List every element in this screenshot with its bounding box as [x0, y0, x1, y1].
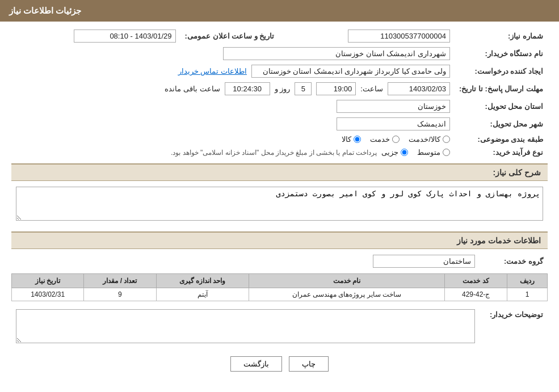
back-button[interactable]: بازگشت — [230, 356, 282, 372]
services-section-label: اطلاعات خدمات مورد نیاز — [457, 236, 541, 245]
announcement-cell: 1403/01/29 - 08:10 — [11, 27, 180, 45]
service-group-value: ساختمان — [373, 255, 475, 268]
province-value: خوزستان — [337, 100, 450, 113]
service-group-row: گروه خدمت: ساختمان — [11, 252, 548, 270]
city-label: شهر محل تحویل: — [455, 115, 548, 133]
service-group-cell: ساختمان — [47, 252, 480, 270]
page-wrapper: جزئیات اطلاعات نیاز شماره نیاز: 11030053… — [0, 0, 559, 392]
table-row: مهلت ارسال پاسخ: تا تاریخ: 1403/02/03 سا… — [11, 80, 548, 98]
table-row: شهر محل تحویل: اندیمشک — [11, 115, 548, 133]
announcement-label: تاریخ و ساعت اعلان عمومی: — [180, 27, 286, 45]
response-date-value: 1403/02/03 — [388, 82, 450, 95]
creator-label: ایجاد کننده درخواست: — [455, 62, 548, 80]
table-row: نام دستگاه خریدار: شهرداری اندیمشک استان… — [11, 45, 548, 62]
province-label: استان محل تحویل: — [455, 98, 548, 115]
col-row-num: ردیف — [507, 274, 547, 288]
process-label: نوع فرآیند خرید: — [455, 146, 548, 159]
info-table: شماره نیاز: 1103005377000004 تاریخ و ساع… — [11, 27, 548, 159]
col-service-code: کد خدمت — [445, 274, 507, 288]
process-radio-medium[interactable]: متوسط — [417, 148, 450, 157]
description-area — [11, 184, 548, 227]
buyer-desc-label: توضیحات خریدار: — [480, 307, 548, 347]
col-service-name: نام خدمت — [249, 274, 445, 288]
remaining-label: ساعت باقی مانده — [165, 85, 220, 93]
buyer-desc-textarea[interactable] — [16, 309, 475, 343]
category-label: طبقه بندی موضوعی: — [455, 133, 548, 146]
province-cell: خوزستان — [11, 98, 455, 115]
services-cell-code: ج-42-429 — [445, 288, 507, 301]
buyer-desc-cell — [11, 307, 480, 347]
process-cell: متوسط جزیی پرداخت تمام یا بخشی از مبلغ خ… — [11, 146, 455, 159]
process-radio-partial-input[interactable] — [401, 149, 408, 156]
col-quantity: تعداد / مقدار — [84, 274, 156, 288]
creator-cell: ولی حامدی کیا کاربرداز شهرداری اندیمشک ا… — [11, 62, 455, 80]
need-number-cell: 1103005377000004 — [285, 27, 455, 45]
announcement-value: 1403/01/29 - 08:10 — [74, 29, 176, 43]
category-radio-kala[interactable]: کالا — [342, 135, 361, 144]
response-days-value: 5 — [295, 82, 312, 95]
description-section-title: شرح کلی نیاز: — [11, 163, 548, 181]
response-days-label: روز و — [275, 85, 291, 93]
need-number-value: 1103005377000004 — [348, 29, 450, 43]
buyer-desc-table: توضیحات خریدار: — [11, 307, 548, 347]
main-content: شماره نیاز: 1103005377000004 تاریخ و ساع… — [0, 22, 559, 377]
service-group-label: گروه خدمت: — [480, 252, 548, 270]
category-radio-khedmat-input[interactable] — [392, 136, 400, 143]
table-row: نوع فرآیند خرید: متوسط جزیی — [11, 146, 548, 159]
city-value: اندیمشک — [337, 117, 450, 130]
category-radio-khedmat[interactable]: خدمت — [370, 135, 400, 144]
category-khedmat-label: خدمت — [370, 135, 390, 144]
city-cell: اندیمشک — [11, 115, 455, 133]
category-kala-label: کالا — [342, 135, 351, 144]
process-radio-partial[interactable]: جزیی — [381, 148, 408, 157]
col-unit: واحد اندازه گیری — [156, 274, 249, 288]
services-table-row: 1ج-42-429ساخت سایر پروژه‌های مهندسی عمرا… — [12, 288, 548, 301]
buyer-desc-row: توضیحات خریدار: — [11, 307, 548, 347]
process-note: پرداخت تمام یا بخشی از مبلغ خریداز محل "… — [171, 149, 377, 157]
category-radio-kala-input[interactable] — [354, 136, 361, 143]
remaining-time-value: 10:24:30 — [225, 82, 270, 95]
col-date: تاریخ نیاز — [12, 274, 84, 288]
creator-value: ولی حامدی کیا کاربرداز شهرداری اندیمشک ا… — [251, 65, 450, 78]
need-number-label: شماره نیاز: — [455, 27, 548, 45]
process-medium-label: متوسط — [417, 148, 440, 157]
category-radio-kala-khedmat-input[interactable] — [443, 136, 450, 143]
services-cell-row: 1 — [507, 288, 547, 301]
description-textarea[interactable] — [16, 187, 543, 221]
services-section-title: اطلاعات خدمات مورد نیاز — [11, 231, 548, 249]
services-cell-unit: آیتم — [156, 288, 249, 301]
buyer-name-cell: شهرداری اندیمشک استان خوزستان — [11, 45, 455, 62]
response-deadline-cell: 1403/02/03 ساعت: 19:00 5 روز و 10:24:30 … — [11, 80, 455, 98]
services-cell-quantity: 9 — [84, 288, 156, 301]
print-button[interactable]: چاپ — [289, 356, 329, 372]
buyer-name-value: شهرداری اندیمشک استان خوزستان — [223, 47, 450, 60]
response-time-label: ساعت: — [360, 85, 383, 93]
table-row: شماره نیاز: 1103005377000004 تاریخ و ساع… — [11, 27, 548, 45]
description-label: شرح کلی نیاز: — [493, 168, 541, 177]
buyer-name-label: نام دستگاه خریدار: — [455, 45, 548, 62]
page-header: جزئیات اطلاعات نیاز — [0, 0, 559, 22]
services-table: ردیف کد خدمت نام خدمت واحد اندازه گیری ت… — [11, 273, 548, 301]
category-cell: کالا/خدمت خدمت کالا — [11, 133, 455, 146]
header-title: جزئیات اطلاعات نیاز — [9, 6, 81, 15]
process-radio-medium-input[interactable] — [443, 149, 450, 156]
contact-link[interactable]: اطلاعات تماس خریدار — [178, 67, 247, 75]
table-row: طبقه بندی موضوعی: کالا/خدمت خدمت — [11, 133, 548, 146]
services-cell-name: ساخت سایر پروژه‌های مهندسی عمران — [249, 288, 445, 301]
process-partial-label: جزیی — [381, 148, 398, 157]
response-deadline-label: مهلت ارسال پاسخ: تا تاریخ: — [455, 80, 548, 98]
response-time-value: 19:00 — [316, 82, 356, 95]
category-radio-kala-khedmat[interactable]: کالا/خدمت — [409, 135, 450, 144]
services-cell-date: 1403/02/31 — [12, 288, 84, 301]
category-kala-khedmat-label: کالا/خدمت — [409, 135, 440, 144]
button-bar: بازگشت چاپ — [11, 356, 548, 372]
service-group-table: گروه خدمت: ساختمان — [11, 252, 548, 270]
table-row: استان محل تحویل: خوزستان — [11, 98, 548, 115]
table-row: ایجاد کننده درخواست: ولی حامدی کیا کاربر… — [11, 62, 548, 80]
services-table-header-row: ردیف کد خدمت نام خدمت واحد اندازه گیری ت… — [12, 274, 548, 288]
